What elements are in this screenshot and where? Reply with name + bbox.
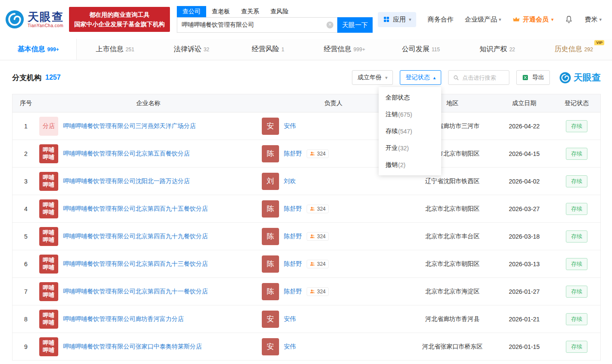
company-name-link[interactable]: 呷哺呷哺餐饮管理有限公司北京第四百九十一餐饮分店 (63, 288, 208, 296)
status-dropdown-item[interactable]: 存续 (547) (379, 123, 441, 140)
status-badge: 存续 (566, 175, 587, 187)
search-button[interactable]: 天眼一下 (337, 17, 373, 33)
export-label: 导出 (532, 74, 544, 81)
company-cell: 呷哺呷哺 呷哺呷哺餐饮管理有限公司沈阳北一路万达分店 (39, 172, 257, 191)
search-type-tab[interactable]: 查关系 (235, 6, 265, 17)
status-badge: 存续 (566, 120, 587, 132)
nav-tab[interactable]: 基本信息 999+ (0, 39, 77, 60)
search-type-tab[interactable]: 查公司 (177, 6, 206, 17)
person-name-link[interactable]: 刘欢 (284, 177, 296, 185)
company-search-input[interactable] (182, 22, 324, 28)
person-avatar[interactable]: 陈 (262, 255, 279, 273)
person-name-link[interactable]: 陈舒野 (284, 150, 302, 158)
person-cell: 陈 陈舒野 324 (257, 255, 409, 273)
date-cell: 2026-03-13 (496, 261, 553, 268)
person-avatar[interactable]: 陈 (262, 228, 279, 245)
apps-menu-button[interactable]: 应用 ▾ (378, 12, 417, 27)
person-name-link[interactable]: 陈舒野 (284, 205, 302, 213)
year-filter-button[interactable]: 成立年份 ▾ (352, 70, 393, 85)
partner-count-badge[interactable]: 324 (307, 149, 329, 158)
nav-tab[interactable]: 法律诉讼 32 (154, 39, 230, 60)
search-type-tab[interactable]: 查老板 (206, 6, 235, 17)
nav-tab[interactable]: 经营风险 1 (230, 39, 306, 60)
search-type-tab[interactable]: 查风险 (265, 6, 294, 17)
status-dropdown-item[interactable]: 开业 (32) (379, 140, 441, 156)
status-cell: 存续 (553, 175, 600, 187)
search-type-tabs: 查公司 查老板 查关系 查风险 (177, 6, 373, 17)
company-name-link[interactable]: 呷哺呷哺餐饮管理有限公司北京第四百九十三餐饮分店 (63, 260, 208, 268)
table-header-row: 序号 企业名称 负责人 地区 成立日期 登记状态 (13, 94, 600, 112)
company-name-link[interactable]: 呷哺呷哺餐饮管理有限公司北京第四百九十九餐饮分店 (63, 233, 208, 240)
table-row: 6 呷哺呷哺 呷哺呷哺餐饮管理有限公司北京第四百九十三餐饮分店 陈 陈舒野 32… (13, 250, 600, 278)
slogan-banner: 都在用的商业查询工具 国家中小企业发展子基金旗下机构 (69, 7, 170, 32)
company-name-link[interactable]: 呷哺呷哺餐饮管理有限公司北京第四百九十五餐饮分店 (63, 205, 208, 213)
company-logo-badge: 呷哺呷哺 (39, 199, 58, 218)
nav-tab[interactable]: 公司发展 115 (383, 39, 459, 60)
column-header: 成立日期 (496, 100, 553, 107)
person-name-link[interactable]: 安伟 (284, 122, 296, 130)
menu-item-enterprise[interactable]: 企业级产品 ▾ (464, 16, 501, 24)
person-avatar[interactable]: 陈 (262, 145, 279, 162)
brand-logo[interactable]: 天眼查 TianYanCha.com (5, 10, 64, 29)
column-header: 登记状态 (553, 100, 600, 107)
date-cell: 2026-04-15 (496, 150, 553, 157)
export-button[interactable]: 导出 (516, 70, 550, 85)
company-name-link[interactable]: 呷哺呷哺餐饮管理有限公司北京第五百餐饮分店 (63, 150, 190, 158)
clear-search-icon[interactable]: × (326, 22, 333, 28)
menu-item-cooperation[interactable]: 商务合作 (427, 16, 453, 24)
vip-upgrade-button[interactable]: 开通会员 ▾ (512, 16, 554, 24)
nav-tab[interactable]: 经营信息 999+ (306, 39, 383, 60)
user-menu[interactable]: 费米 ▾ (584, 16, 602, 24)
company-name-link[interactable]: 呷哺呷哺餐饮管理有限公司沈阳北一路万达分店 (63, 177, 190, 185)
apps-label: 应用 (393, 16, 406, 24)
status-filter-button[interactable]: 登记状态 ▴ 全部状态 注销 (675) 存续 (547) 开业 (32) 撤销… (400, 70, 441, 85)
person-avatar[interactable]: 安 (262, 338, 279, 355)
status-option-count: (547) (398, 128, 412, 135)
nav-tab[interactable]: 历史信息 292 VIP (536, 39, 612, 60)
brand-watermark: 天眼查 (559, 72, 601, 84)
partner-count-badge[interactable]: 324 (307, 205, 329, 213)
person-name-link[interactable]: 陈舒野 (284, 288, 302, 296)
nav-tab[interactable]: 知识产权 22 (459, 39, 536, 60)
company-logo-badge: 呷哺呷哺 (39, 282, 58, 301)
vip-label: 开通会员 (523, 16, 549, 24)
table-row: 9 呷哺呷哺 呷哺呷哺餐饮管理有限公司张家口中泰奥特莱斯分店 安 安伟 河北省张… (13, 333, 600, 361)
company-name-link[interactable]: 呷哺呷哺餐饮管理有限公司张家口中泰奥特莱斯分店 (63, 343, 202, 351)
person-avatar[interactable]: 陈 (262, 283, 279, 300)
row-index: 7 (13, 288, 39, 295)
cooperation-label: 商务合作 (427, 16, 453, 24)
partner-count-badge[interactable]: 324 (307, 260, 329, 268)
region-cell: 辽宁省沈阳市铁西区 (409, 177, 496, 185)
person-name-link[interactable]: 安伟 (284, 343, 296, 351)
region-cell: 河北省张家口市桥东区 (409, 343, 496, 351)
caret-down-icon: ▾ (599, 17, 602, 22)
nav-tab-count: 32 (204, 47, 209, 53)
partner-person-icon (310, 261, 315, 267)
status-dropdown-item[interactable]: 撤销 (2) (379, 156, 441, 173)
nav-tab-label: 法律诉讼 (174, 45, 201, 54)
status-dropdown-item[interactable]: 注销 (675) (379, 106, 441, 123)
notification-bell-icon[interactable] (565, 15, 573, 24)
person-avatar[interactable]: 安 (262, 118, 279, 135)
status-filter-label: 登记状态 (405, 74, 430, 81)
person-name-link[interactable]: 陈舒野 (284, 233, 302, 240)
company-name-link[interactable]: 呷哺呷哺餐饮管理有限公司三河燕郊天洋广场分店 (63, 122, 196, 130)
partner-count-value: 324 (317, 261, 326, 267)
list-controls: 成立年份 ▾ 登记状态 ▴ 全部状态 注销 (675) 存续 (547) 开业 … (352, 70, 601, 85)
row-index: 1 (13, 123, 39, 130)
partner-count-badge[interactable]: 324 (307, 287, 329, 296)
list-search-box[interactable] (448, 70, 509, 85)
person-avatar[interactable]: 陈 (262, 200, 279, 218)
nav-tab[interactable]: 上市信息 251 (77, 39, 153, 60)
partner-count-badge[interactable]: 324 (307, 232, 329, 241)
list-search-input[interactable] (462, 75, 505, 81)
company-name-link[interactable]: 呷哺呷哺餐饮管理有限公司廊坊香河富力分店 (63, 315, 184, 323)
person-avatar[interactable]: 刘 (262, 173, 279, 190)
row-index: 8 (13, 316, 39, 323)
slogan-line-1: 都在用的商业查询工具 (74, 10, 165, 19)
person-name-link[interactable]: 陈舒野 (284, 260, 302, 268)
person-name-link[interactable]: 安伟 (284, 315, 296, 323)
status-option-label: 注销 (386, 111, 398, 118)
status-dropdown-item[interactable]: 全部状态 (379, 89, 441, 106)
person-avatar[interactable]: 安 (262, 311, 279, 328)
